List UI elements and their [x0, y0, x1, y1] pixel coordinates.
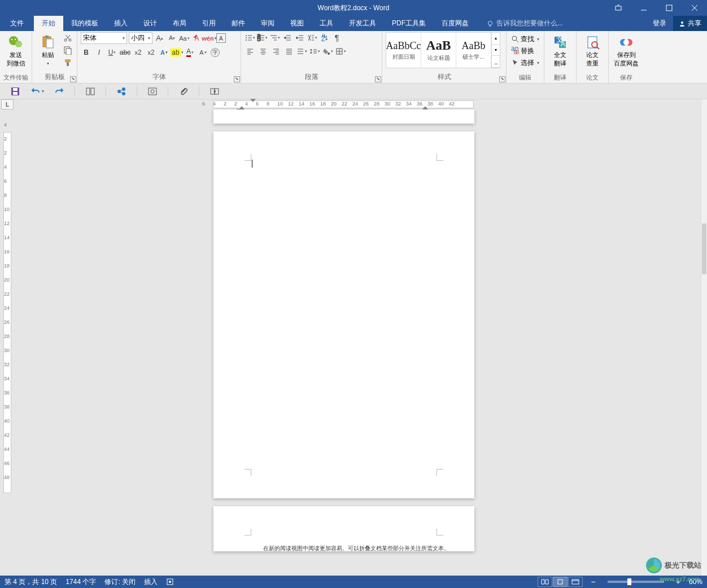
bullets-button[interactable]: [245, 32, 255, 43]
send-to-wechat-button[interactable]: 发送到微信: [3, 32, 28, 67]
char-border-button[interactable]: A: [216, 33, 226, 43]
macro-record-icon[interactable]: [166, 578, 174, 586]
align-left-button[interactable]: [245, 46, 255, 56]
tab-pdf[interactable]: PDF工具集: [384, 16, 434, 31]
font-name-combo[interactable]: 宋体▾: [81, 32, 127, 44]
font-color-button[interactable]: A: [185, 47, 195, 58]
tab-layout[interactable]: 布局: [165, 16, 194, 31]
font-size-combo[interactable]: 小四▾: [129, 32, 152, 44]
minimize-button[interactable]: [631, 0, 656, 16]
view-read-mode[interactable]: [538, 577, 552, 587]
borders-button[interactable]: [335, 46, 346, 56]
tab-design[interactable]: 设计: [136, 16, 165, 31]
styles-scroll[interactable]: ▴▾⎯: [491, 33, 500, 68]
highlight-button[interactable]: ab: [172, 47, 182, 58]
tab-references[interactable]: 引用: [194, 16, 224, 31]
format-painter-button[interactable]: [62, 57, 73, 68]
asian-layout-button[interactable]: [307, 32, 317, 43]
vertical-ruler[interactable]: 4224681012141618202224262830323436384042…: [0, 109, 14, 576]
side-by-side-icon[interactable]: [85, 86, 95, 96]
scrollbar-thumb[interactable]: [702, 223, 706, 274]
zoom-in-button[interactable]: +: [676, 577, 680, 586]
redo-icon[interactable]: [54, 86, 64, 96]
zoom-thumb[interactable]: [627, 578, 631, 585]
full-translate-button[interactable]: 文A 全文翻译: [548, 32, 573, 67]
style-item-1[interactable]: AaB论文标题: [421, 33, 456, 68]
align-justify-button[interactable]: [283, 46, 294, 56]
tab-selector[interactable]: L: [1, 99, 14, 109]
screenshot-icon[interactable]: [147, 86, 158, 96]
tab-mail[interactable]: 邮件: [224, 16, 253, 31]
tab-file[interactable]: 文件: [0, 16, 34, 31]
sort-button[interactable]: AZ: [319, 32, 330, 43]
underline-button[interactable]: U: [107, 47, 117, 58]
tab-baidu[interactable]: 百度网盘: [434, 16, 477, 31]
char-shading-button[interactable]: A: [198, 47, 208, 58]
grow-font-button[interactable]: A▴: [154, 33, 165, 43]
replace-button[interactable]: abac替换: [510, 45, 540, 56]
zoom-slider[interactable]: [608, 581, 664, 583]
save-icon[interactable]: [10, 86, 20, 96]
italic-button[interactable]: I: [94, 47, 104, 58]
tab-view[interactable]: 视图: [282, 16, 312, 31]
subscript-button[interactable]: x2: [133, 47, 143, 58]
style-item-2[interactable]: AaBb硕士学...: [456, 33, 491, 68]
cut-button[interactable]: [62, 32, 73, 43]
horizontal-ruler[interactable]: 6422468101214161820222426283032343638404…: [16, 99, 701, 109]
style-item-0[interactable]: AaBbCc封面日期: [386, 33, 421, 68]
styles-dialog-launcher[interactable]: ⬊: [499, 76, 505, 82]
vertical-scrollbar[interactable]: [701, 99, 707, 576]
align-center-button[interactable]: [258, 46, 268, 56]
enclose-char-button[interactable]: 字: [211, 48, 220, 57]
save-to-baidu-button[interactable]: 保存到百度网盘: [612, 32, 640, 67]
zoom-level[interactable]: 60%: [689, 578, 702, 586]
sign-in-button[interactable]: 登录: [646, 19, 673, 28]
share-link-icon[interactable]: [116, 86, 126, 96]
status-mode[interactable]: 插入: [144, 577, 158, 587]
paste-button[interactable]: 粘贴▾: [36, 32, 60, 67]
strikethrough-button[interactable]: abc: [120, 47, 130, 58]
attachment-icon[interactable]: [178, 86, 189, 96]
numbering-button[interactable]: 123: [257, 32, 268, 43]
view-web-layout[interactable]: [568, 577, 583, 587]
tell-me-search[interactable]: 告诉我您想要做什么...: [477, 16, 563, 31]
bold-button[interactable]: B: [81, 47, 91, 58]
change-case-button[interactable]: Aa: [179, 33, 190, 43]
superscript-button[interactable]: x2: [146, 47, 156, 58]
view-print-layout[interactable]: [553, 577, 568, 587]
shrink-font-button[interactable]: A▾: [167, 33, 177, 43]
multilevel-list-button[interactable]: [269, 32, 280, 43]
text-effects-button[interactable]: A: [159, 47, 169, 58]
font-dialog-launcher[interactable]: ⬊: [234, 76, 240, 82]
align-distributed-button[interactable]: [296, 46, 307, 56]
tab-tools[interactable]: 工具: [312, 16, 341, 31]
align-right-button[interactable]: [270, 46, 281, 56]
tab-home[interactable]: 开始: [34, 16, 63, 31]
transfer-icon[interactable]: [210, 86, 220, 96]
zoom-out-button[interactable]: −: [591, 577, 596, 586]
tab-review[interactable]: 审阅: [253, 16, 282, 31]
line-spacing-button[interactable]: [309, 46, 320, 56]
clear-formatting-button[interactable]: A◢: [191, 33, 202, 43]
copy-button[interactable]: [62, 45, 73, 56]
decrease-indent-button[interactable]: [282, 32, 293, 43]
find-button[interactable]: 查找▾: [510, 33, 540, 45]
status-page[interactable]: 第 4 页，共 10 页: [5, 577, 57, 587]
tab-insert[interactable]: 插入: [106, 16, 136, 31]
shading-button[interactable]: [322, 46, 333, 56]
styles-gallery[interactable]: AaBbCc封面日期 AaB论文标题 AaBb硕士学... ▴▾⎯: [386, 32, 500, 68]
paragraph-dialog-launcher[interactable]: ⬊: [375, 76, 381, 82]
page-canvas[interactable]: 在新的阅读视图中阅读更加容易。可以折叠文档某些部分并关注所需文本。: [213, 109, 474, 559]
clipboard-dialog-launcher[interactable]: ⬊: [70, 76, 76, 82]
status-words[interactable]: 1744 个字: [66, 577, 96, 587]
share-button[interactable]: 共享: [673, 16, 707, 31]
select-button[interactable]: 选择▾: [510, 57, 540, 68]
increase-indent-button[interactable]: [294, 32, 305, 43]
ribbon-display-options-button[interactable]: [605, 0, 631, 16]
phonetic-guide-button[interactable]: wén: [204, 33, 215, 43]
tab-templates[interactable]: 我的模板: [63, 16, 106, 31]
undo-button[interactable]: ▾: [30, 86, 44, 96]
maximize-button[interactable]: [656, 0, 682, 16]
thesis-check-button[interactable]: 论文查重: [580, 32, 605, 67]
close-button[interactable]: [682, 0, 707, 16]
